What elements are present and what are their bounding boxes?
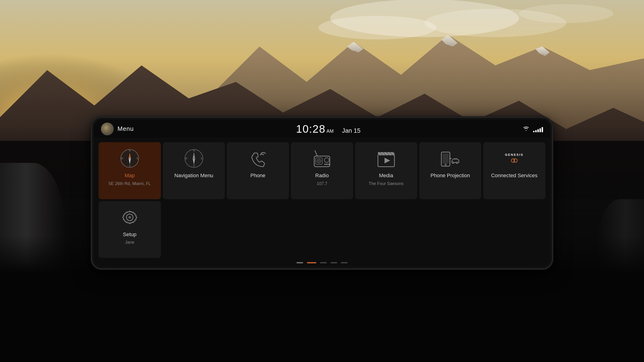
svg-point-41 xyxy=(445,164,446,165)
svg-text:S: S xyxy=(193,164,194,167)
svg-text:W: W xyxy=(185,157,187,160)
tile-media[interactable]: Media The Four Saesons xyxy=(355,142,417,199)
tile-radio[interactable]: Radio 107.7 xyxy=(291,142,353,199)
signal-icon xyxy=(533,126,543,132)
connected-services-label: Connected Services xyxy=(491,172,538,179)
screen-content: Menu 10:28 AM Jan 15 xyxy=(94,119,550,267)
time-ampm: AM xyxy=(326,128,334,134)
header-bar: Menu 10:28 AM Jan 15 xyxy=(94,119,550,138)
phone-projection-icon xyxy=(440,148,461,169)
svg-point-5 xyxy=(519,4,613,23)
tile-setup[interactable]: Setup Jane xyxy=(98,201,161,258)
svg-marker-38 xyxy=(384,158,390,163)
clapperboard-icon xyxy=(376,148,397,169)
setup-label: Setup xyxy=(123,231,136,238)
svg-rect-45 xyxy=(450,158,450,159)
svg-rect-27 xyxy=(324,164,326,165)
screen-bezel: Menu 10:28 AM Jan 15 xyxy=(92,118,552,268)
radio-label: Radio xyxy=(315,172,328,179)
infinity-icon xyxy=(508,157,520,164)
svg-point-25 xyxy=(318,160,320,162)
svg-point-47 xyxy=(128,216,131,219)
nav-dot-5[interactable] xyxy=(341,262,348,263)
svg-rect-29 xyxy=(328,164,330,165)
nav-dots xyxy=(94,260,550,267)
genesis-brand-text: GENESIS xyxy=(505,153,524,156)
navigation-icon: N S E W xyxy=(183,148,204,169)
nav-dot-3[interactable] xyxy=(320,262,327,263)
date-value: Jan 15 xyxy=(342,127,360,134)
time-value: 10:28 xyxy=(296,123,326,135)
media-icon xyxy=(376,148,397,169)
radio-icon xyxy=(312,148,332,169)
compass-arrow-icon: N S E W xyxy=(119,148,140,169)
nav-dot-1[interactable] xyxy=(296,262,303,263)
tile-phone-projection[interactable]: Phone Projection xyxy=(419,142,482,199)
media-sublabel: The Four Saesons xyxy=(369,181,404,186)
setup-icon xyxy=(119,207,140,228)
svg-text:N: N xyxy=(193,149,194,152)
wifi-icon xyxy=(523,126,529,132)
radio-sublabel: 107.7 xyxy=(316,181,327,186)
svg-text:E: E xyxy=(201,157,202,160)
nav-dot-2[interactable] xyxy=(307,262,316,263)
avatar xyxy=(101,123,114,135)
phone-handset-icon xyxy=(247,148,268,169)
media-label: Media xyxy=(379,172,393,179)
menu-title: Menu xyxy=(118,125,134,132)
phone-car-icon xyxy=(440,148,461,169)
header-right xyxy=(523,126,543,132)
tile-navigation[interactable]: N S E W Navigation Menu xyxy=(163,142,225,199)
svg-rect-40 xyxy=(442,153,449,163)
header-center: 10:28 AM Jan 15 xyxy=(296,123,360,135)
main-content: N S E W Map 5E xyxy=(94,138,550,260)
gear-icon xyxy=(119,207,140,228)
svg-point-4 xyxy=(318,16,436,39)
nav-dot-4[interactable] xyxy=(330,262,337,263)
avatar-image xyxy=(101,123,114,135)
tile-connected-services[interactable]: GENESIS Connected Services xyxy=(483,142,546,199)
map-sublabel: 5E 26th Rd, Miami, FL xyxy=(108,181,151,186)
phone-label: Phone xyxy=(250,172,266,179)
svg-line-22 xyxy=(315,151,317,156)
map-label: Map xyxy=(124,172,135,179)
svg-text:W: W xyxy=(121,157,123,160)
compass-icon: N S E W xyxy=(183,148,204,169)
menu-grid: N S E W Map 5E xyxy=(98,142,546,258)
tile-map[interactable]: N S E W Map 5E xyxy=(98,142,161,199)
connected-services-icon: GENESIS xyxy=(504,148,525,169)
time-display: 10:28 AM xyxy=(296,123,334,135)
radio-device-icon xyxy=(312,148,332,169)
svg-point-20 xyxy=(193,158,194,159)
setup-sublabel: Jane xyxy=(125,240,134,245)
tile-phone[interactable]: Phone xyxy=(227,142,289,199)
phone-icon xyxy=(247,148,268,169)
map-icon: N S E W xyxy=(119,148,140,169)
infotainment-screen: Menu 10:28 AM Jan 15 xyxy=(92,118,552,268)
phone-projection-label: Phone Projection xyxy=(430,172,470,179)
svg-text:N: N xyxy=(129,149,130,152)
svg-point-13 xyxy=(129,157,131,159)
svg-text:E: E xyxy=(137,157,138,160)
svg-rect-28 xyxy=(326,164,328,165)
navigation-label: Navigation Menu xyxy=(174,172,213,179)
svg-text:S: S xyxy=(129,164,131,167)
header-left: Menu xyxy=(101,123,134,135)
svg-point-26 xyxy=(324,158,329,162)
